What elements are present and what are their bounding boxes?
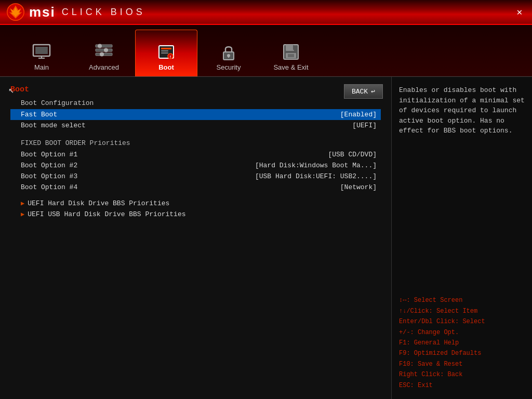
back-arrow-icon: ↩: [371, 87, 375, 96]
boot-icon: !: [156, 42, 177, 62]
boot-option-3-value: [USB Hard Disk:UEFI: USB2....]: [255, 172, 377, 180]
msi-logo-text: msi: [29, 4, 56, 20]
boot-option-1-label: Boot Option #1: [21, 151, 328, 158]
fast-boot-item[interactable]: Fast Boot [Enabled]: [10, 109, 381, 120]
svg-rect-25: [293, 45, 295, 50]
tab-security[interactable]: Security: [197, 30, 260, 76]
svg-rect-17: [161, 52, 168, 54]
click-bios-text: CLICK BIOS: [62, 7, 145, 18]
shortcut-select-item: ↑↓/Click: Select Item: [399, 306, 525, 316]
logo: msi CLICK BIOS: [6, 3, 145, 21]
uefi-usb-label: UEFI USB Hard Disk Drive BBS Priorities: [28, 210, 185, 218]
svg-point-12: [104, 48, 108, 52]
uefi-usb-hdd-bbs-item[interactable]: ▶ UEFI USB Hard Disk Drive BBS Prioritie…: [10, 209, 381, 220]
back-label: BACK: [352, 88, 368, 96]
back-button[interactable]: BACK ↩: [344, 84, 383, 99]
tab-boot[interactable]: ! Boot: [135, 30, 197, 76]
close-button[interactable]: ✕: [513, 6, 526, 18]
boot-mode-value: [UEFI]: [352, 122, 377, 129]
tab-main[interactable]: Main: [10, 30, 73, 76]
svg-point-11: [98, 44, 102, 48]
shortcut-f9: F9: Optimized Defaults: [399, 348, 525, 358]
fast-boot-label: Fast Boot: [21, 111, 340, 118]
cursor-icon: ↖: [8, 84, 14, 96]
fast-boot-value: [Enabled]: [340, 111, 377, 118]
svg-rect-16: [161, 50, 168, 51]
tab-security-label: Security: [217, 63, 241, 71]
sliders-icon: [94, 42, 114, 62]
uefi-hdd-arrow-icon: ▶: [21, 200, 24, 207]
boot-option-2-item[interactable]: Boot Option #2 [Hard Disk:Windows Boot M…: [10, 160, 381, 171]
boot-option-4-label: Boot Option #4: [21, 183, 340, 191]
svg-text:!: !: [169, 55, 172, 59]
shortcut-f1: F1: General Help: [399, 338, 525, 348]
left-panel: ↖ BACK ↩ Boot Boot Configuration Fast Bo…: [0, 77, 392, 399]
tab-save-exit-label: Save & Exit: [273, 63, 308, 71]
tab-advanced-label: Advanced: [89, 63, 119, 71]
svg-rect-15: [161, 48, 171, 49]
fixed-boot-order-label: FIXED BOOT ORDER Priorities: [21, 139, 381, 147]
svg-rect-4: [35, 47, 48, 54]
monitor-icon: [31, 42, 52, 62]
boot-option-1-value: [USB CD/DVD]: [328, 151, 377, 158]
floppy-icon: [281, 42, 301, 62]
tab-advanced[interactable]: Advanced: [73, 30, 135, 76]
shortcut-enter: Enter/Dbl Click: Select: [399, 316, 525, 327]
shortcut-right-click: Right Click: Back: [399, 369, 525, 380]
nav-bar: Main Advanced ! Boot: [0, 25, 532, 77]
tab-boot-label: Boot: [158, 63, 174, 71]
help-text: Enables or disables boot with initializa…: [399, 85, 525, 136]
boot-option-1-item[interactable]: Boot Option #1 [USB CD/DVD]: [10, 149, 381, 160]
shortcut-select-screen: ↕↔: Select Screen: [399, 295, 525, 305]
main-content: ↖ BACK ↩ Boot Boot Configuration Fast Bo…: [0, 77, 532, 399]
boot-mode-select-item[interactable]: Boot mode select [UEFI]: [10, 120, 381, 131]
uefi-hdd-label: UEFI Hard Disk Drive BBS Priorities: [28, 200, 169, 207]
section-title: Boot: [10, 85, 381, 94]
lock-icon: [218, 42, 239, 62]
tab-main-label: Main: [34, 63, 49, 71]
boot-option-2-value: [Hard Disk:Windows Boot Ma...]: [255, 162, 377, 169]
svg-rect-27: [288, 54, 294, 57]
uefi-hdd-bbs-item[interactable]: ▶ UEFI Hard Disk Drive BBS Priorities: [10, 198, 381, 209]
shortcut-f10: F10: Save & Reset: [399, 359, 525, 369]
boot-option-4-value: [Network]: [340, 183, 377, 191]
uefi-usb-arrow-icon: ▶: [21, 210, 24, 218]
right-panel: Enables or disables boot with initializa…: [392, 77, 532, 399]
boot-option-3-item[interactable]: Boot Option #3 [USB Hard Disk:UEFI: USB2…: [10, 171, 381, 182]
msi-dragon-icon: [6, 3, 25, 21]
tab-save-exit[interactable]: Save & Exit: [260, 30, 322, 76]
header: msi CLICK BIOS ✕: [0, 0, 532, 25]
shortcut-esc: ESC: Exit: [399, 380, 525, 391]
boot-option-3-label: Boot Option #3: [21, 172, 255, 180]
boot-option-4-item[interactable]: Boot Option #4 [Network]: [10, 182, 381, 193]
shortcut-change-opt: +/-: Change Opt.: [399, 327, 525, 338]
boot-config-label: Boot Configuration: [21, 99, 381, 107]
boot-mode-label: Boot mode select: [21, 122, 352, 129]
shortcuts-panel: ↕↔: Select Screen ↑↓/Click: Select Item …: [399, 295, 525, 391]
svg-point-13: [100, 52, 104, 57]
svg-rect-24: [286, 45, 294, 51]
boot-option-2-label: Boot Option #2: [21, 162, 255, 169]
